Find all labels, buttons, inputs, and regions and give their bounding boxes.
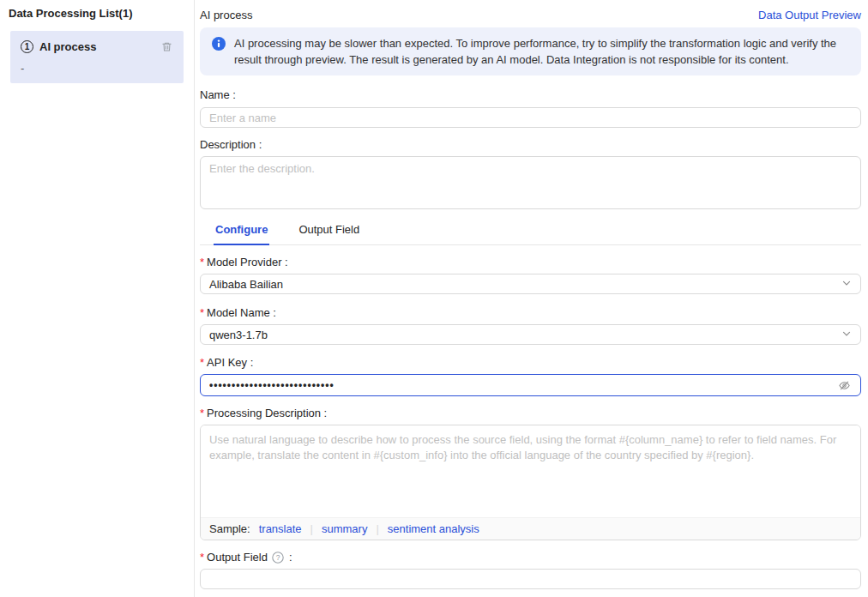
separator: | [376, 522, 378, 535]
app-root: Data Processing List(1) 1 AI process - A… [0, 0, 868, 597]
required-asterisk: * [200, 356, 204, 370]
sample-link-sentiment-analysis[interactable]: sentiment analysis [388, 522, 479, 535]
banner-text: AI processing may be slower than expecte… [234, 35, 849, 68]
processing-description-label: * Processing Description : [200, 407, 861, 420]
model-name-label: * Model Name : [200, 306, 861, 320]
tab-bar: Configure Output Field [200, 220, 861, 245]
chevron-down-icon [841, 329, 852, 341]
sample-footer: Sample: translate | summary | sentiment … [201, 517, 860, 540]
model-name-select[interactable]: qwen3-1.7b [200, 324, 861, 345]
sidebar: Data Processing List(1) 1 AI process - [0, 0, 195, 597]
sample-label: Sample: [209, 522, 250, 535]
sample-link-summary[interactable]: summary [322, 522, 367, 535]
eye-invisible-icon[interactable] [836, 377, 852, 393]
processing-description-textarea[interactable] [201, 425, 860, 517]
help-icon[interactable]: ? [272, 552, 284, 564]
tab-output-field[interactable]: Output Field [297, 220, 361, 245]
process-list-item[interactable]: 1 AI process - [10, 31, 184, 83]
item-index-badge: 1 [21, 40, 33, 53]
info-icon [212, 37, 226, 53]
data-output-preview-link[interactable]: Data Output Preview [758, 9, 861, 21]
model-provider-label: * Model Provider : [200, 256, 861, 269]
separator: | [310, 522, 313, 535]
model-provider-select[interactable]: Alibaba Bailian [200, 274, 861, 294]
name-input[interactable] [200, 107, 861, 128]
page-title: AI process [200, 9, 252, 21]
output-field-input[interactable] [200, 569, 861, 589]
processing-description-field: Sample: translate | summary | sentiment … [200, 425, 861, 540]
model-provider-value: Alibaba Bailian [209, 278, 283, 291]
main-panel: AI process Data Output Preview AI proces… [195, 0, 868, 597]
required-asterisk: * [200, 306, 204, 320]
chevron-down-icon [841, 278, 852, 291]
main-header: AI process Data Output Preview [200, 7, 861, 22]
label-colon: : [289, 551, 292, 564]
sample-link-translate[interactable]: translate [259, 522, 302, 535]
sidebar-title: Data Processing List(1) [9, 7, 184, 21]
info-banner: AI processing may be slower than expecte… [200, 27, 861, 75]
svg-text:?: ? [276, 553, 280, 562]
tab-configure[interactable]: Configure [214, 220, 269, 245]
required-asterisk: * [200, 256, 204, 269]
item-sublabel: - [21, 62, 173, 75]
name-label: Name : [200, 88, 861, 102]
api-key-label: * API Key : [200, 356, 861, 370]
description-textarea[interactable] [200, 156, 861, 209]
output-field-label: * Output Field ? : [200, 551, 861, 564]
required-asterisk: * [200, 551, 204, 564]
item-title: AI process [39, 40, 160, 53]
model-name-value: qwen3-1.7b [209, 329, 268, 341]
api-key-input[interactable] [209, 379, 836, 391]
trash-icon[interactable] [160, 39, 173, 53]
api-key-field [200, 374, 861, 396]
required-asterisk: * [200, 407, 204, 420]
description-label: Description : [200, 138, 861, 152]
